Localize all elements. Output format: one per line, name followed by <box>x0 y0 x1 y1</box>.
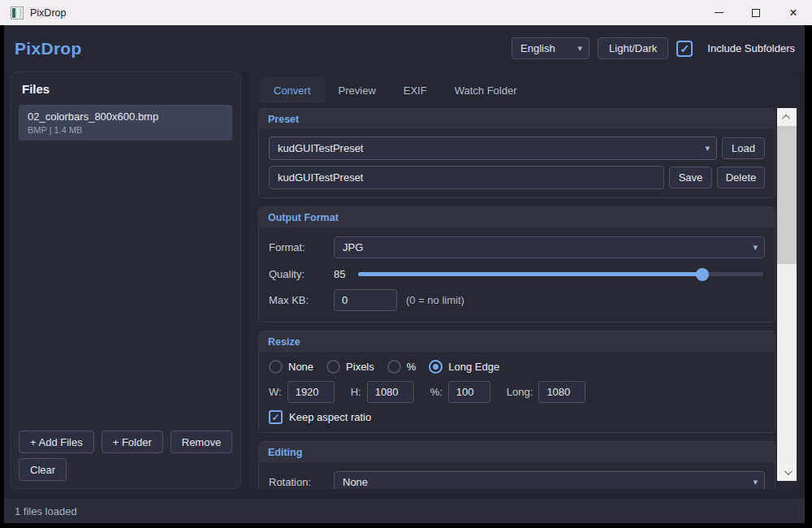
quality-label: Quality: <box>269 268 334 280</box>
check-icon: ✓ <box>680 43 689 54</box>
remove-button[interactable]: Remove <box>171 431 232 453</box>
output-format-section: Output Format Format: JPG ▾ Quality: 85 <box>258 206 775 322</box>
os-titlebar: PixDrop × <box>0 0 812 25</box>
minimize-button[interactable] <box>700 0 737 25</box>
vertical-scrollbar[interactable] <box>777 108 797 481</box>
app-title: PixDrop <box>4 39 512 58</box>
quality-slider[interactable] <box>358 272 763 276</box>
keep-aspect-label: Keep aspect ratio <box>289 411 371 423</box>
long-edge-label: Long: <box>507 386 533 398</box>
resize-section-title: Resize <box>259 331 775 352</box>
add-files-button[interactable]: + Add Files <box>19 431 94 453</box>
file-meta: BMP | 1.4 MB <box>28 125 223 135</box>
resize-radio-long-edge[interactable] <box>429 360 443 374</box>
file-list-item[interactable]: 02_colorbars_800x600.bmp BMP | 1.4 MB <box>19 105 232 141</box>
app-header: PixDrop English ▾ Light/Dark ✓ Include S… <box>4 25 805 71</box>
chevron-down-icon: ▾ <box>705 143 710 154</box>
include-subfolders-label: Include Subfolders <box>707 42 795 54</box>
tab-convert[interactable]: Convert <box>260 77 325 103</box>
format-select[interactable]: JPG ▾ <box>334 236 765 258</box>
resize-radio-percent-label: % <box>407 361 417 373</box>
tab-watch-folder[interactable]: Watch Folder <box>441 77 531 103</box>
output-format-section-title: Output Format <box>259 207 775 227</box>
resize-radio-pixels-label: Pixels <box>346 361 374 373</box>
preset-section: Preset kudGUITestPreset ▾ Load Save Dele… <box>258 108 775 198</box>
preset-select-value: kudGUITestPreset <box>278 142 364 154</box>
close-icon: × <box>789 6 797 19</box>
status-text: 1 files loaded <box>15 505 77 517</box>
chevron-down-icon: ▾ <box>753 242 758 253</box>
percent-input[interactable] <box>448 381 490 403</box>
scroll-up-button[interactable] <box>777 108 797 126</box>
language-select-value: English <box>520 42 555 54</box>
rotation-label: Rotation: <box>269 476 334 488</box>
theme-toggle-button[interactable]: Light/Dark <box>598 37 668 59</box>
scrollbar-thumb[interactable] <box>777 126 797 264</box>
convert-tab-content: Preset kudGUITestPreset ▾ Load Save Dele… <box>258 108 775 489</box>
add-folder-button[interactable]: + Folder <box>102 431 163 453</box>
files-panel-title: Files <box>11 72 240 96</box>
status-bar: 1 files loaded <box>4 499 805 523</box>
resize-radio-long-edge-label: Long Edge <box>448 361 499 373</box>
tab-preview[interactable]: Preview <box>325 77 390 103</box>
rotation-select[interactable]: None ▾ <box>334 471 765 489</box>
resize-radio-percent[interactable] <box>387 360 401 374</box>
format-label: Format: <box>269 241 334 253</box>
chevron-down-icon: ▾ <box>578 43 583 54</box>
height-label: H: <box>351 386 361 398</box>
width-input[interactable] <box>287 381 335 403</box>
quality-slider-fill <box>358 272 702 276</box>
long-edge-input[interactable] <box>538 381 585 403</box>
height-input[interactable] <box>367 381 414 403</box>
maxkb-hint: (0 = no limit) <box>406 294 464 306</box>
preset-load-button[interactable]: Load <box>722 137 765 159</box>
include-subfolders-checkbox[interactable]: ✓ <box>676 41 693 57</box>
keep-aspect-checkbox[interactable]: ✓ <box>269 410 283 424</box>
window-title: PixDrop <box>30 7 66 19</box>
preset-section-title: Preset <box>259 109 775 129</box>
maxkb-input[interactable] <box>334 289 397 311</box>
quality-value: 85 <box>334 268 358 280</box>
close-button[interactable]: × <box>775 0 812 25</box>
app-window-icon <box>11 6 24 19</box>
preset-name-input[interactable] <box>269 166 664 189</box>
resize-radio-pixels[interactable] <box>326 360 340 374</box>
clear-button[interactable]: Clear <box>19 458 67 481</box>
maxkb-label: Max KB: <box>269 294 334 306</box>
main-panel: Convert Preview EXIF Watch Folder Preset… <box>249 71 800 489</box>
tab-bar: Convert Preview EXIF Watch Folder <box>260 77 531 103</box>
percent-label: %: <box>430 386 443 398</box>
resize-radio-none-label: None <box>288 361 313 373</box>
preset-save-button[interactable]: Save <box>669 167 712 188</box>
minimize-icon <box>715 12 723 13</box>
quality-slider-thumb[interactable] <box>696 268 709 281</box>
resize-radio-none[interactable] <box>269 360 283 374</box>
app-window: PixDrop English ▾ Light/Dark ✓ Include S… <box>4 25 805 523</box>
width-label: W: <box>269 386 282 398</box>
maximize-button[interactable] <box>737 0 775 25</box>
maximize-icon <box>752 9 760 17</box>
file-name: 02_colorbars_800x600.bmp <box>28 110 223 123</box>
files-panel: Files 02_colorbars_800x600.bmp BMP | 1.4… <box>10 71 241 489</box>
tab-exif[interactable]: EXIF <box>390 77 441 103</box>
check-icon: ✓ <box>271 413 279 422</box>
editing-section: Editing Rotation: None ▾ ✓ Flip H ✓ Flip… <box>258 441 775 489</box>
resize-section: Resize None Pixels % Long Edge W: <box>258 331 775 433</box>
preset-delete-button[interactable]: Delete <box>717 167 765 188</box>
editing-section-title: Editing <box>259 442 775 462</box>
chevron-down-icon: ▾ <box>753 477 758 487</box>
format-select-value: JPG <box>343 241 363 253</box>
language-select[interactable]: English ▾ <box>512 37 590 59</box>
chevron-down-icon <box>784 467 792 475</box>
chevron-up-icon <box>782 114 790 122</box>
preset-select[interactable]: kudGUITestPreset ▾ <box>269 136 717 160</box>
scroll-down-button[interactable] <box>777 463 797 481</box>
rotation-select-value: None <box>343 476 368 488</box>
